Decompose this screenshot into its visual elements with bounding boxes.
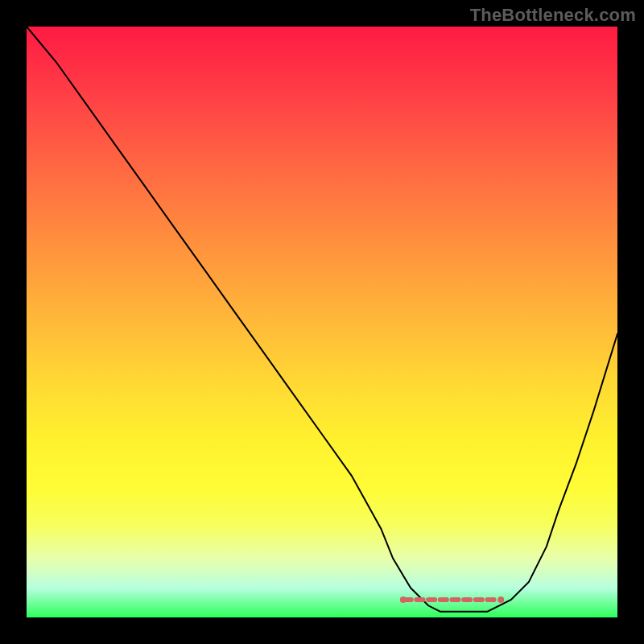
flat-zone-marker: [400, 597, 504, 603]
brand-watermark: TheBottleneck.com: [470, 5, 636, 26]
bottleneck-curve: [27, 27, 617, 612]
svg-point-9: [497, 597, 504, 603]
curve-layer: [27, 27, 617, 617]
chart-frame: TheBottleneck.com: [0, 0, 644, 644]
svg-point-8: [400, 597, 407, 603]
